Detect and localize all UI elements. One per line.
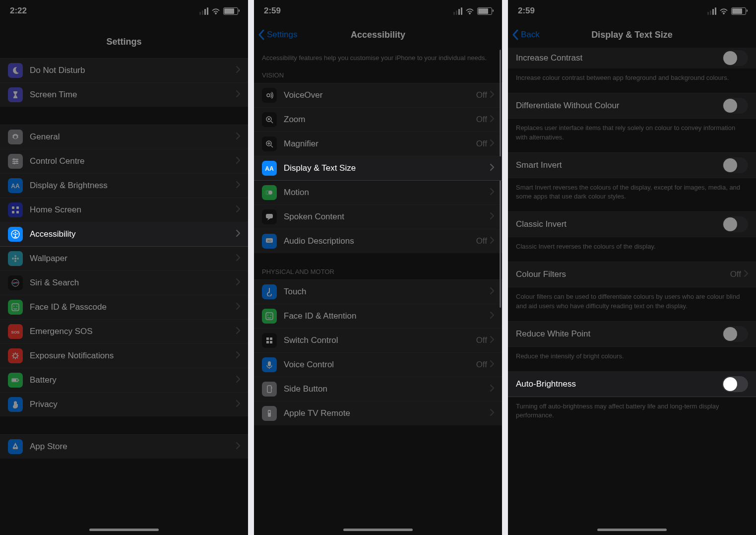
back-button[interactable]: Back bbox=[508, 29, 540, 40]
row-colour-filters[interactable]: Colour Filters Off bbox=[508, 262, 756, 287]
chevron-right-icon bbox=[236, 327, 240, 336]
cell-label: Accessibility bbox=[30, 229, 236, 239]
sos-icon bbox=[8, 324, 23, 339]
section-header-physical: Physical and Motor bbox=[254, 268, 502, 279]
cell-voice-control[interactable]: Voice Control Off bbox=[254, 353, 502, 377]
toggle-switch[interactable] bbox=[722, 376, 748, 392]
cell-accessibility[interactable]: Accessibility bbox=[0, 222, 248, 247]
cell-siri-search[interactable]: Siri & Search bbox=[0, 271, 248, 295]
signal-icon bbox=[707, 7, 716, 15]
voicec-icon bbox=[262, 357, 277, 372]
cell-general[interactable]: General bbox=[0, 125, 248, 149]
toggle-switch[interactable] bbox=[722, 326, 748, 342]
physical-group: Touch Face ID & Attention Switch Control… bbox=[254, 279, 502, 425]
audio-icon bbox=[262, 234, 277, 249]
wifi-icon bbox=[465, 7, 474, 14]
chevron-right-icon bbox=[490, 237, 494, 246]
cell-display-brightness[interactable]: Display & Brightness bbox=[0, 174, 248, 198]
cell-spoken-content[interactable]: Spoken Content bbox=[254, 205, 502, 229]
chevron-right-icon bbox=[236, 66, 240, 75]
toggle-switch[interactable] bbox=[722, 216, 748, 232]
row-label: Increase Contrast bbox=[516, 53, 722, 63]
cell-label: Magnifier bbox=[284, 139, 476, 149]
nav-bar: Back Display & Text Size bbox=[508, 22, 756, 48]
chevron-right-icon bbox=[490, 287, 494, 296]
cell-value: Off bbox=[476, 236, 487, 246]
chevron-right-icon bbox=[236, 442, 240, 451]
aa-icon bbox=[262, 161, 277, 176]
cell-touch[interactable]: Touch bbox=[254, 280, 502, 304]
speech-icon bbox=[262, 209, 277, 224]
cell-audio-descriptions[interactable]: Audio Descriptions Off bbox=[254, 229, 502, 253]
cell-side-button[interactable]: Side Button bbox=[254, 377, 502, 401]
cell-switch-control[interactable]: Switch Control Off bbox=[254, 329, 502, 353]
cell-do-not-disturb[interactable]: Do Not Disturb bbox=[0, 59, 248, 83]
cell-label: App Store bbox=[30, 442, 236, 452]
chevron-right-icon bbox=[236, 181, 240, 190]
moon-icon bbox=[8, 63, 23, 78]
cell-label: Home Screen bbox=[30, 205, 236, 215]
cell-value: Off bbox=[476, 335, 487, 345]
row-label: Smart Invert bbox=[516, 160, 722, 170]
cell-display-text-size[interactable]: Display & Text Size bbox=[254, 156, 502, 181]
face-icon bbox=[8, 300, 23, 315]
row-classic-invert[interactable]: Classic Invert bbox=[508, 212, 756, 237]
settings-group-appstore: App Store bbox=[0, 434, 248, 459]
signal-icon bbox=[453, 7, 462, 15]
cell-app-store[interactable]: App Store bbox=[0, 435, 248, 459]
motion-icon bbox=[262, 185, 277, 200]
row-reduce-white-point[interactable]: Reduce White Point bbox=[508, 322, 756, 347]
cell-emergency-sos[interactable]: Emergency SOS bbox=[0, 320, 248, 344]
grid-icon bbox=[8, 202, 23, 217]
cell-face-id-attention[interactable]: Face ID & Attention bbox=[254, 304, 502, 329]
appstore-icon bbox=[8, 439, 23, 454]
vision-group: VoiceOver Off Zoom Off Magnifier Off Dis… bbox=[254, 83, 502, 253]
cell-screen-time[interactable]: Screen Time bbox=[0, 83, 248, 107]
toggle-switch[interactable] bbox=[722, 50, 748, 66]
zoom-icon bbox=[262, 112, 277, 127]
row-label: Classic Invert bbox=[516, 219, 722, 229]
cell-voiceover[interactable]: VoiceOver Off bbox=[254, 83, 502, 108]
cell-face-id-passcode[interactable]: Face ID & Passcode bbox=[0, 295, 248, 320]
cell-home-screen[interactable]: Home Screen bbox=[0, 198, 248, 222]
chevron-right-icon bbox=[490, 312, 494, 321]
cell-apple-tv-remote[interactable]: Apple TV Remote bbox=[254, 401, 502, 425]
home-indicator[interactable] bbox=[343, 529, 413, 531]
touch-icon bbox=[262, 284, 277, 299]
cell-battery[interactable]: Battery bbox=[0, 368, 248, 393]
status-time: 2:59 bbox=[264, 6, 281, 16]
magnifier-icon bbox=[262, 136, 277, 151]
toggle-switch[interactable] bbox=[722, 157, 748, 173]
row-footer: Turning off auto-brightness may affect b… bbox=[508, 397, 756, 431]
row-label: Auto-Brightness bbox=[516, 379, 722, 389]
chevron-right-icon bbox=[236, 133, 240, 141]
wifi-icon bbox=[719, 7, 728, 14]
back-button[interactable]: Settings bbox=[254, 29, 297, 40]
toggle-switch[interactable] bbox=[722, 98, 748, 114]
cell-label: Side Button bbox=[284, 384, 490, 394]
row-differentiate-without-colour[interactable]: Differentiate Without Colour bbox=[508, 93, 756, 119]
cell-control-centre[interactable]: Control Centre bbox=[0, 149, 248, 174]
cell-value: Off bbox=[730, 269, 741, 279]
home-indicator[interactable] bbox=[597, 529, 667, 531]
row-auto-brightness[interactable]: Auto-Brightness bbox=[508, 372, 756, 397]
cell-zoom[interactable]: Zoom Off bbox=[254, 108, 502, 132]
cell-wallpaper[interactable]: Wallpaper bbox=[0, 247, 248, 271]
accessibility-description: Accessibility features help you customis… bbox=[254, 48, 502, 71]
row-increase-contrast-partial[interactable]: Increase Contrast bbox=[508, 48, 756, 68]
panel-display-text-size: 2:59 Back Display & Text Size Increase C… bbox=[508, 0, 756, 535]
flower-icon bbox=[8, 251, 23, 266]
cell-label: General bbox=[30, 132, 236, 142]
cell-label: Zoom bbox=[284, 115, 476, 125]
cell-label: Spoken Content bbox=[284, 212, 490, 222]
chevron-right-icon bbox=[490, 115, 494, 124]
row-smart-invert[interactable]: Smart Invert bbox=[508, 153, 756, 178]
chevron-right-icon bbox=[490, 409, 494, 418]
cell-privacy[interactable]: Privacy bbox=[0, 393, 248, 416]
cell-magnifier[interactable]: Magnifier Off bbox=[254, 132, 502, 156]
home-indicator[interactable] bbox=[89, 529, 159, 531]
cell-exposure-notifications[interactable]: Exposure Notifications bbox=[0, 344, 248, 368]
cell-motion[interactable]: Motion bbox=[254, 181, 502, 205]
nav-title: Display & Text Size bbox=[508, 30, 756, 40]
back-label: Settings bbox=[267, 30, 297, 40]
